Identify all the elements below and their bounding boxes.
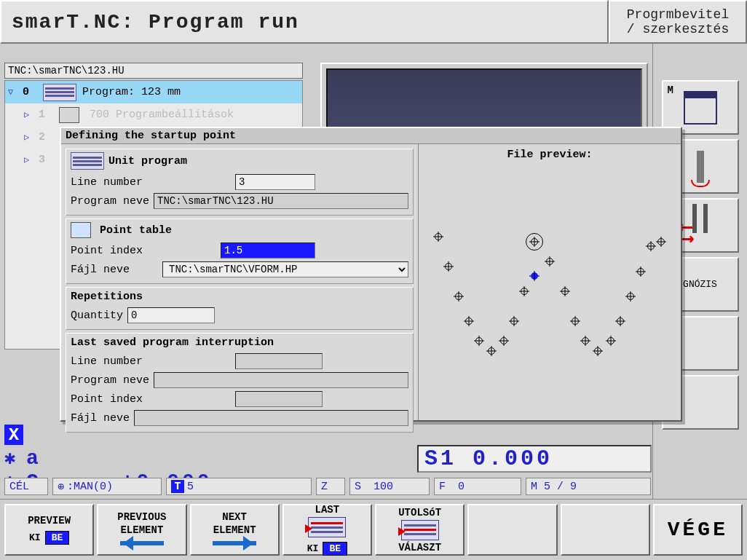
dialog-form: Unit program Line number Program neve Po…: [61, 144, 418, 420]
point-table-label: Point table: [100, 224, 172, 237]
li-file-input: [134, 410, 408, 426]
empty-button-2[interactable]: [561, 504, 650, 556]
empty-button-1[interactable]: [467, 504, 557, 556]
previous-element-button[interactable]: PREVIOUS ELEMENT: [97, 504, 186, 556]
swap-icon: ⟵ ⟶: [681, 204, 720, 248]
tool-icon: [697, 151, 704, 183]
arrow-red-icon: [398, 527, 410, 536]
unit-program-label: Unit program: [108, 155, 187, 167]
last-toggle-button[interactable]: LAST KI BE: [282, 504, 372, 556]
dialog-preview: File preview:: [418, 144, 681, 420]
point-index-label: Point index: [71, 245, 216, 257]
li-prog-label: Program neve: [71, 374, 149, 387]
title-mode[interactable]: Progrmbevitel / szerkesztés: [609, 0, 747, 44]
status-man: ⊕ :MAN(0): [52, 478, 162, 495]
repetitions-label: Repetitions: [71, 291, 143, 303]
file-path: TNC:\smarTNC\123.HU: [4, 63, 303, 79]
status-m: M 5 / 9: [526, 478, 651, 495]
li-line-input: [235, 353, 323, 369]
next-element-button[interactable]: NEXT ELEMENT: [190, 504, 280, 556]
point-table-icon: [71, 222, 91, 238]
preview-toggle-button[interactable]: PREVIEW KI BE: [4, 504, 94, 556]
title-bar: smarT.NC: Program run Progrmbevitel / sz…: [0, 0, 747, 44]
program-icon: [71, 152, 104, 170]
quantity-input[interactable]: [127, 307, 215, 323]
file-preview-canvas[interactable]: [423, 167, 676, 416]
tree-label: Program: 123 mm: [82, 86, 181, 98]
program-name-label: Program neve: [71, 195, 149, 208]
target-icon: ⊕: [58, 480, 64, 494]
axis-x-label: X: [4, 425, 23, 445]
quantity-label: Quantity: [71, 309, 123, 322]
tree-item-1[interactable]: ▷ 1 700 Programbeállítások: [5, 103, 302, 126]
status-z: Z: [316, 478, 345, 495]
file-preview-title: File preview:: [419, 144, 681, 165]
utolsot-valaszt-button[interactable]: UTOLSóT VÁLASZT: [375, 504, 465, 556]
li-file-label: Fájl neve: [71, 412, 130, 425]
status-s100: S 100: [349, 478, 430, 495]
expand-icon[interactable]: ▽: [8, 87, 17, 98]
program-name-input: [154, 193, 408, 209]
arrow-left-icon: [120, 537, 164, 549]
status-t: T 5: [166, 478, 312, 495]
line-number-label: Line number: [71, 176, 231, 189]
li-point-label: Point index: [71, 393, 231, 406]
status-bar: CÉL ⊕ :MAN(0) T 5 Z S 100 F 0 M 5 / 9: [4, 477, 651, 496]
dialog-title: Defining the startup point: [61, 128, 681, 144]
startup-point-dialog: Defining the startup point Unit program …: [60, 127, 682, 422]
li-line-label: Line number: [71, 355, 231, 368]
mill-icon: [684, 91, 717, 125]
li-point-input: [235, 391, 323, 407]
status-cel: CÉL: [4, 478, 48, 495]
vege-button[interactable]: VÉGE: [653, 504, 743, 556]
arrow-red-icon: [305, 524, 317, 533]
app-title: smarT.NC: Program run: [0, 0, 609, 44]
line-number-input[interactable]: [235, 174, 315, 190]
arrow-right-icon: [213, 537, 256, 549]
li-prog-input: [154, 372, 408, 388]
edit-icon: [59, 107, 79, 123]
last-interrupt-label: Last saved program interruption: [71, 336, 274, 349]
file-name-label: Fájl neve: [71, 264, 158, 276]
status-f: F 0: [434, 478, 521, 495]
spindle-display: S1 0.000: [417, 445, 652, 473]
axis-a-label: a: [26, 447, 42, 470]
tree-root[interactable]: ▽ 0 Program: 123 mm: [5, 81, 302, 103]
footer-toolbar: PREVIEW KI BE PREVIOUS ELEMENT NEXT ELEM…: [0, 499, 747, 560]
file-name-select[interactable]: TNC:\smarTNC\VFORM.HP: [162, 261, 408, 277]
program-icon: [43, 84, 76, 101]
point-index-input[interactable]: [221, 242, 315, 259]
